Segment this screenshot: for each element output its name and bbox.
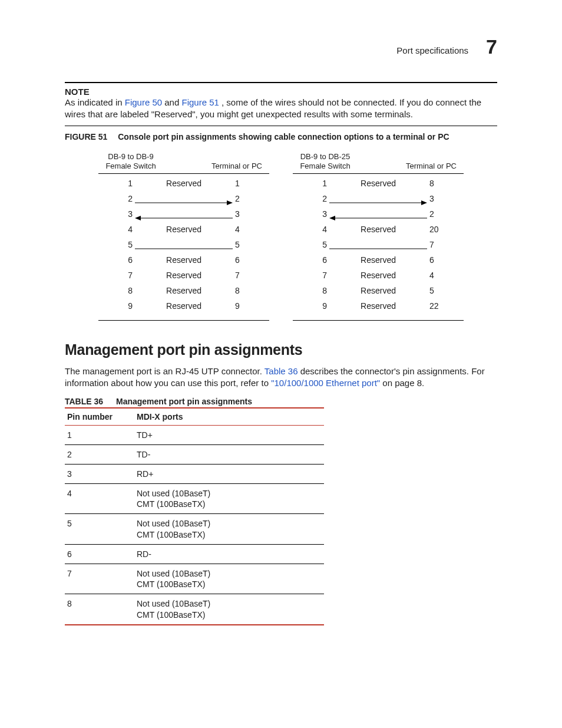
plain-line-icon: [135, 246, 233, 252]
table-row: 4Not used (10BaseT)CMT (100BaseTX): [65, 484, 324, 514]
pin-row-right-number: 5: [427, 286, 446, 295]
table-36: Pin number MDI-X ports 1TD+2TD-3RD+4Not …: [65, 407, 324, 625]
pin-row: 7Reserved7: [98, 271, 269, 286]
note-text-pre: As indicated in: [65, 97, 125, 107]
plain-line-icon: [329, 246, 427, 252]
pin-block-header-right: Terminal or PC: [204, 162, 269, 171]
pin-block-header-left-line1: DB-9 to DB-25: [300, 152, 351, 161]
figure-caption-label: FIGURE 51: [65, 132, 107, 141]
pin-row: 9Reserved22: [293, 301, 464, 317]
pin-block-header-right: Terminal or PC: [399, 162, 464, 171]
pin-row-right-number: 8: [427, 179, 446, 188]
table-cell-pin-number: 4: [65, 484, 134, 514]
pin-row: 8Reserved8: [98, 286, 269, 301]
table-cell-mdix-ports: RD+: [134, 464, 324, 483]
pin-row-right-number: 20: [427, 225, 446, 234]
pin-row-right-number: 7: [233, 271, 252, 280]
arrow-left-icon: [135, 215, 233, 221]
pin-row: 6Reserved6: [293, 255, 464, 271]
pin-rows: 1Reserved122334Reserved4556Reserved67Res…: [98, 173, 269, 321]
link-figure-51[interactable]: Figure 51: [181, 97, 219, 107]
note-text-mid: and: [164, 97, 181, 107]
pin-row-right-number: 6: [233, 255, 252, 265]
pin-row: 32: [293, 209, 464, 225]
table-row: 8Not used (10BaseT)CMT (100BaseTX): [65, 594, 324, 625]
arrow-right-icon: [329, 200, 427, 206]
table-row: 6RD-: [65, 544, 324, 564]
pin-row-right-number: 6: [427, 255, 446, 265]
pin-row: 6Reserved6: [98, 255, 269, 271]
table-row: 3RD+: [65, 464, 324, 483]
pin-row-left-number: 2: [121, 194, 135, 203]
table-cell-mdix-ports: TD+: [134, 425, 324, 444]
page: Port specifications 7 NOTE As indicated …: [0, 0, 562, 728]
pin-row-left-number: 3: [121, 209, 135, 219]
svg-marker-6: [421, 200, 427, 205]
pin-row-right-number: 1: [233, 179, 252, 188]
table-cell-pin-number: 3: [65, 464, 134, 483]
note-block: NOTE As indicated in Figure 50 and Figur…: [65, 82, 497, 126]
pin-row-right-number: 4: [427, 271, 446, 280]
table-cell-mdix-ports: Not used (10BaseT)CMT (100BaseTX): [134, 514, 324, 544]
table-header-row: Pin number MDI-X ports: [65, 408, 324, 426]
pin-block-db9-db9: DB-9 to DB-9Female SwitchTerminal or PC1…: [98, 152, 269, 321]
pin-row: 9Reserved9: [98, 301, 269, 317]
pin-row-right-number: 2: [427, 209, 446, 219]
pin-block-header-left-line1: DB-9 to DB-9: [108, 152, 153, 161]
pin-row: 33: [98, 209, 269, 225]
table-row: 2TD-: [65, 444, 324, 464]
table-row: 1TD+: [65, 425, 324, 444]
figure-caption-text: Console port pin assignments showing cab…: [118, 132, 449, 141]
svg-marker-3: [135, 216, 141, 220]
table-cell-mdix-ports: TD-: [134, 444, 324, 464]
pin-row-left-number: 2: [315, 194, 329, 203]
pin-block-headers: DB-9 to DB-25Female SwitchTerminal or PC: [293, 152, 464, 172]
pin-block-header-right-text: Terminal or PC: [211, 162, 262, 170]
pin-row-right-number: 7: [427, 240, 446, 249]
table-cell-pin-number: 8: [65, 594, 134, 625]
pin-block-header-right-text: Terminal or PC: [406, 162, 457, 170]
table-row: 7Not used (10BaseT)CMT (100BaseTX): [65, 564, 324, 594]
section-paragraph: The management port is an RJ-45 UTP conn…: [65, 365, 497, 390]
pin-row-right-number: 4: [233, 225, 252, 234]
pin-row-right-number: 5: [233, 240, 252, 249]
running-title: Port specifications: [396, 45, 468, 55]
pin-row: 57: [293, 240, 464, 255]
table-caption-text: Management port pin assignments: [116, 397, 252, 406]
pin-rows: 1Reserved823324Reserved20576Reserved67Re…: [293, 173, 464, 321]
running-chapter-number: 7: [486, 35, 497, 58]
figure-caption: FIGURE 51 Console port pin assignments s…: [65, 132, 497, 141]
svg-marker-1: [227, 200, 233, 205]
table-cell-mdix-ports: Not used (10BaseT)CMT (100BaseTX): [134, 484, 324, 514]
link-ethernet-port[interactable]: "10/100/1000 Ethernet port": [271, 378, 380, 388]
pin-block-headers: DB-9 to DB-9Female SwitchTerminal or PC: [98, 152, 269, 172]
pin-row-left-number: 5: [121, 240, 135, 249]
para-pre: The management port is an RJ-45 UTP conn…: [65, 366, 265, 376]
running-header: Port specifications 7: [65, 35, 497, 58]
pin-row: 4Reserved4: [98, 225, 269, 240]
pin-row-right-number: 8: [233, 286, 252, 295]
pin-row-left-number: 3: [315, 209, 329, 219]
table-cell-pin-number: 6: [65, 544, 134, 564]
pin-block-header-left-line2: Female Switch: [105, 162, 156, 170]
pin-row: 7Reserved4: [293, 271, 464, 286]
table-header-pin-number: Pin number: [65, 408, 134, 426]
note-label: NOTE: [65, 87, 497, 97]
pin-row-right-number: 9: [233, 301, 252, 311]
pin-row: 1Reserved1: [98, 179, 269, 194]
para-post: on page 8.: [382, 378, 424, 388]
table-cell-mdix-ports: RD-: [134, 544, 324, 564]
table-row: 5Not used (10BaseT)CMT (100BaseTX): [65, 514, 324, 544]
pin-row: 55: [98, 240, 269, 255]
link-figure-50[interactable]: Figure 50: [125, 97, 162, 107]
pin-row-right-number: 3: [427, 194, 446, 203]
table-cell-pin-number: 7: [65, 564, 134, 594]
pin-row: 8Reserved5: [293, 286, 464, 301]
note-text: As indicated in Figure 50 and Figure 51 …: [65, 97, 497, 121]
pin-block-header-left: DB-9 to DB-9Female Switch: [98, 152, 163, 172]
table-cell-pin-number: 2: [65, 444, 134, 464]
arrow-left-icon: [329, 215, 427, 221]
pin-row-right-number: 3: [233, 209, 252, 219]
table-cell-mdix-ports: Not used (10BaseT)CMT (100BaseTX): [134, 594, 324, 625]
link-table-36[interactable]: Table 36: [265, 366, 298, 376]
